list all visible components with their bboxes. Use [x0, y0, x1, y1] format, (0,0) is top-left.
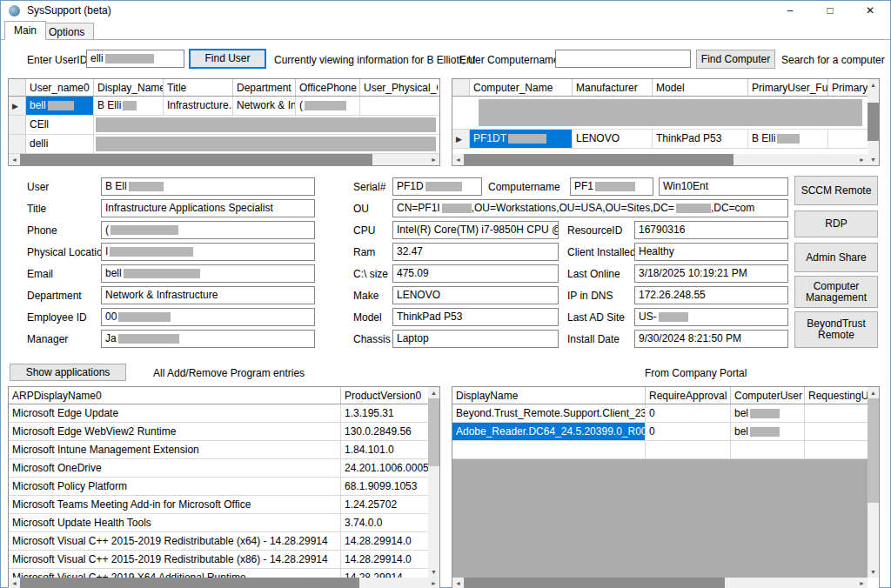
cell-app-version[interactable]: 130.0.2849.56 [341, 423, 428, 440]
app-table-row[interactable]: Microsoft Update Health Tools 3.74.0.0 [9, 514, 439, 532]
cell-app-version[interactable]: 14.28.29914.0 [341, 532, 428, 550]
cell-app-version[interactable]: 3.74.0.0 [341, 514, 428, 531]
cell-display-name[interactable]: B Elli [94, 97, 164, 115]
row-header-corner[interactable] [452, 79, 470, 96]
ou-field[interactable]: CN=PF1I,OU=Workstations,OU=USA,OU=Sites,… [392, 199, 788, 217]
cell-primary-user[interactable]: B Elli [748, 130, 828, 148]
sccm-remote-button[interactable]: SCCM Remote [794, 176, 878, 205]
cell-user-name[interactable]: CEll [26, 116, 94, 134]
show-applications-button[interactable]: Show applications [10, 364, 126, 381]
column-header-primary-u[interactable]: PrimaryU [828, 79, 868, 96]
app-table-row[interactable]: Microsoft Policy Platform 68.1.9099.1053 [9, 478, 439, 496]
scroll-up-button[interactable]: ▲ [868, 387, 879, 398]
column-header-computer-name[interactable]: Computer_Name [470, 79, 573, 96]
cell-title[interactable]: Infrastructure... [164, 97, 233, 115]
beyondtrust-remote-button[interactable]: BeyondTrust Remote [794, 311, 878, 348]
userid-input[interactable]: elli [86, 50, 184, 68]
scroll-right-button[interactable]: ► [428, 154, 439, 165]
applications-grid-horizontal-scrollbar[interactable]: ◄ ► [9, 578, 439, 588]
column-header-computer-user[interactable]: ComputerUser [731, 387, 805, 404]
employee-id-field[interactable]: 00 [101, 308, 315, 326]
cell-app-name[interactable]: Microsoft Intune Management Extension [9, 441, 341, 458]
find-computer-button[interactable]: Find Computer [696, 50, 775, 69]
scroll-up-button[interactable]: ▲ [868, 79, 879, 90]
scroll-left-button[interactable]: ◄ [452, 578, 464, 588]
install-date-field[interactable]: 9/30/2024 8:21:50 PM [634, 330, 788, 348]
scroll-right-button[interactable]: ► [428, 578, 439, 588]
user-table-row[interactable]: delli [9, 135, 439, 154]
rdp-button[interactable]: RDP [794, 210, 878, 237]
scrollbar-track[interactable] [868, 90, 879, 154]
physical-location-field[interactable]: I [101, 243, 315, 261]
scrollbar-thumb[interactable] [20, 154, 372, 165]
user-table-row-selected[interactable]: ▶ bell B Elli Infrastructure... Network … [9, 97, 439, 116]
cell-officephone[interactable]: ( [296, 97, 360, 115]
portal-table-row-selected[interactable]: Adobe_Reader.DC64_24.5.20399.0_R00 0 bel [452, 423, 868, 441]
tab-options[interactable]: Options [39, 23, 94, 40]
user-table-row[interactable]: CEll [9, 116, 439, 135]
cell-app-version[interactable]: 1.84.101.0 [341, 441, 428, 458]
cell-user-name[interactable]: bell [26, 97, 94, 115]
cell-requesting-user[interactable] [805, 423, 868, 440]
cell-requesting-user[interactable] [805, 441, 868, 458]
portal-table-row[interactable] [452, 441, 868, 459]
scrollbar-thumb[interactable] [868, 103, 879, 141]
maximize-button[interactable]: □ [810, 1, 850, 20]
admin-share-button[interactable]: Admin Share [794, 243, 878, 272]
chassis-field[interactable]: Laptop [392, 330, 559, 348]
app-table-row[interactable]: Microsoft Edge WebView2 Runtime 130.0.28… [9, 423, 439, 441]
row-selector[interactable]: ▶ [452, 130, 470, 148]
scroll-down-button[interactable]: ▼ [868, 154, 879, 165]
scrollbar-thumb[interactable] [428, 398, 439, 466]
column-header-display-name[interactable]: Display_Name [94, 79, 164, 96]
scroll-left-button[interactable]: ◄ [9, 154, 20, 165]
app-table-row[interactable]: Microsoft Visual C++ 2015-2019 Redistrib… [9, 532, 439, 551]
computer-management-button[interactable]: Computer Management [794, 276, 878, 308]
scroll-up-button[interactable]: ▲ [428, 387, 439, 398]
user-field[interactable]: B Ell [101, 177, 315, 196]
cell-require-approval[interactable] [646, 441, 731, 458]
scroll-right-button[interactable]: ► [856, 154, 868, 165]
column-header-officephone[interactable]: OfficePhone [296, 79, 360, 96]
scrollbar-track[interactable] [20, 154, 428, 165]
row-selector[interactable] [9, 116, 26, 134]
column-header-physical-office[interactable]: User_Physical_Offi [360, 79, 438, 96]
scroll-down-button[interactable]: ▼ [428, 566, 439, 578]
scrollbar-track[interactable] [464, 578, 856, 588]
cell-app-name[interactable]: Microsoft Edge WebView2 Runtime [9, 423, 341, 440]
column-header-title[interactable]: Title [164, 79, 233, 96]
serial-field[interactable]: PF1D [392, 177, 482, 196]
cell-computer-user[interactable]: bel [731, 423, 805, 440]
scroll-down-button[interactable]: ▼ [868, 566, 879, 578]
column-header-department[interactable]: Department [233, 79, 296, 96]
cell-computer-user[interactable]: bel [731, 404, 805, 422]
scrollbar-track[interactable] [464, 154, 856, 165]
column-header-model[interactable]: Model [653, 79, 748, 96]
title-field[interactable]: Infrastructure Applications Specialist [101, 199, 315, 217]
cell-app-version[interactable]: 14.28.29914.0 [341, 551, 428, 568]
app-table-row[interactable]: Microsoft Edge Update 1.3.195.31 [9, 404, 439, 423]
computer-grid-vertical-scrollbar[interactable]: ▲ ▼ [868, 79, 879, 165]
row-selector[interactable]: ▶ [9, 97, 26, 115]
cell-primary-u[interactable] [828, 130, 868, 148]
column-header-display-name[interactable]: DisplayName [452, 387, 646, 404]
column-header-user-name[interactable]: User_name0 [26, 79, 94, 96]
cell-app-name[interactable]: Microsoft Update Health Tools [9, 514, 341, 531]
row-header-corner[interactable] [9, 79, 26, 96]
manager-field[interactable]: Ja [101, 330, 315, 348]
portal-grid-horizontal-scrollbar[interactable]: ◄ ► [452, 578, 868, 588]
cell-app-name[interactable]: Microsoft Visual C++ 2015-2019 Redistrib… [9, 551, 341, 568]
cell-app-name[interactable]: Microsoft Edge Update [9, 404, 341, 422]
cell-model[interactable]: ThinkPad P53 [653, 130, 748, 148]
cell-app-version[interactable]: 68.1.9099.1053 [341, 478, 428, 495]
row-selector[interactable] [9, 135, 26, 153]
column-header-arp-display-name[interactable]: ARPDisplayName0 [9, 387, 341, 404]
tab-main[interactable]: Main [4, 21, 46, 40]
last-online-field[interactable]: 3/18/2025 10:19:21 PM [634, 264, 788, 283]
csize-field[interactable]: 475.09 [392, 264, 559, 283]
applications-grid-vertical-scrollbar[interactable]: ▲ ▼ [428, 387, 439, 578]
scrollbar-thumb[interactable] [464, 578, 725, 588]
cell-app-version[interactable]: 1.3.195.31 [341, 404, 428, 422]
find-user-button[interactable]: Find User [189, 49, 266, 69]
cell-portal-display-name[interactable] [452, 441, 646, 458]
